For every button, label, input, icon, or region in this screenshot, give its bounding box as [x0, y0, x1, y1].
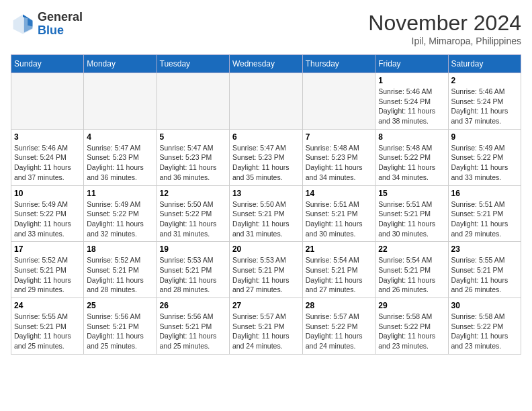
day-number: 5: [160, 132, 226, 142]
day-number: 6: [232, 132, 300, 142]
calendar-day-cell: 21Sunrise: 5:54 AM Sunset: 5:21 PM Dayli…: [302, 242, 375, 298]
calendar-day-cell: 28Sunrise: 5:57 AM Sunset: 5:22 PM Dayli…: [302, 298, 375, 355]
weekday-header: Wednesday: [229, 55, 302, 73]
calendar-day-cell: 1Sunrise: 5:46 AM Sunset: 5:24 PM Daylig…: [375, 73, 448, 130]
day-number: 3: [14, 132, 81, 142]
calendar-day-cell: [302, 73, 375, 130]
calendar-day-cell: 2Sunrise: 5:46 AM Sunset: 5:24 PM Daylig…: [448, 73, 521, 130]
day-number: 18: [87, 244, 153, 254]
calendar-day-cell: 29Sunrise: 5:58 AM Sunset: 5:22 PM Dayli…: [375, 298, 448, 355]
day-info: Sunrise: 5:53 AM Sunset: 5:21 PM Dayligh…: [160, 255, 226, 295]
day-info: Sunrise: 5:47 AM Sunset: 5:23 PM Dayligh…: [87, 143, 153, 183]
calendar-day-cell: 24Sunrise: 5:55 AM Sunset: 5:21 PM Dayli…: [11, 298, 84, 355]
day-number: 24: [14, 301, 81, 310]
weekday-header: Thursday: [302, 55, 375, 73]
day-number: 23: [451, 244, 518, 254]
calendar-week-row: 1Sunrise: 5:46 AM Sunset: 5:24 PM Daylig…: [11, 73, 521, 130]
calendar-header-row: SundayMondayTuesdayWednesdayThursdayFrid…: [11, 55, 521, 73]
day-number: 27: [232, 301, 300, 310]
day-number: 8: [378, 132, 445, 142]
calendar-week-row: 24Sunrise: 5:55 AM Sunset: 5:21 PM Dayli…: [11, 298, 521, 355]
day-info: Sunrise: 5:51 AM Sunset: 5:21 PM Dayligh…: [378, 199, 445, 239]
month-title: November 2024: [368, 11, 521, 36]
calendar-week-row: 3Sunrise: 5:46 AM Sunset: 5:24 PM Daylig…: [11, 129, 521, 185]
day-number: 1: [378, 76, 445, 85]
day-info: Sunrise: 5:58 AM Sunset: 5:22 PM Dayligh…: [378, 312, 445, 351]
day-info: Sunrise: 5:46 AM Sunset: 5:24 PM Dayligh…: [14, 143, 81, 183]
calendar-day-cell: [84, 73, 157, 130]
calendar-day-cell: 18Sunrise: 5:52 AM Sunset: 5:21 PM Dayli…: [84, 242, 157, 298]
calendar-week-row: 10Sunrise: 5:49 AM Sunset: 5:22 PM Dayli…: [11, 185, 521, 242]
title-block: November 2024 Ipil, Mimaropa, Philippine…: [368, 11, 521, 46]
calendar-day-cell: 20Sunrise: 5:53 AM Sunset: 5:21 PM Dayli…: [229, 242, 302, 298]
day-info: Sunrise: 5:57 AM Sunset: 5:21 PM Dayligh…: [232, 312, 300, 351]
day-info: Sunrise: 5:56 AM Sunset: 5:21 PM Dayligh…: [160, 312, 226, 351]
calendar-week-row: 17Sunrise: 5:52 AM Sunset: 5:21 PM Dayli…: [11, 242, 521, 298]
day-number: 16: [451, 189, 518, 198]
day-info: Sunrise: 5:47 AM Sunset: 5:23 PM Dayligh…: [160, 143, 226, 183]
logo-text: General Blue: [38, 11, 83, 38]
calendar-day-cell: 10Sunrise: 5:49 AM Sunset: 5:22 PM Dayli…: [11, 185, 84, 242]
day-number: 20: [232, 244, 300, 254]
day-number: 19: [160, 244, 226, 254]
day-info: Sunrise: 5:47 AM Sunset: 5:23 PM Dayligh…: [232, 143, 300, 183]
calendar-day-cell: 11Sunrise: 5:49 AM Sunset: 5:22 PM Dayli…: [84, 185, 157, 242]
calendar-day-cell: [229, 73, 302, 130]
day-number: 22: [378, 244, 445, 254]
day-number: 11: [87, 189, 153, 198]
day-info: Sunrise: 5:54 AM Sunset: 5:21 PM Dayligh…: [306, 255, 373, 295]
day-info: Sunrise: 5:57 AM Sunset: 5:22 PM Dayligh…: [306, 312, 373, 351]
logo: General Blue: [11, 11, 83, 38]
calendar-day-cell: 17Sunrise: 5:52 AM Sunset: 5:21 PM Dayli…: [11, 242, 84, 298]
calendar-day-cell: 4Sunrise: 5:47 AM Sunset: 5:23 PM Daylig…: [84, 129, 157, 185]
day-info: Sunrise: 5:49 AM Sunset: 5:22 PM Dayligh…: [14, 199, 81, 239]
calendar-day-cell: 3Sunrise: 5:46 AM Sunset: 5:24 PM Daylig…: [11, 129, 84, 185]
day-info: Sunrise: 5:53 AM Sunset: 5:21 PM Dayligh…: [232, 255, 300, 295]
calendar-day-cell: 14Sunrise: 5:51 AM Sunset: 5:21 PM Dayli…: [302, 185, 375, 242]
day-number: 30: [451, 301, 518, 310]
day-number: 15: [378, 189, 445, 198]
logo-icon: [11, 12, 35, 36]
location: Ipil, Mimaropa, Philippines: [368, 36, 521, 46]
weekday-header: Monday: [84, 55, 157, 73]
day-number: 2: [451, 76, 518, 85]
day-number: 12: [160, 189, 226, 198]
calendar-day-cell: 7Sunrise: 5:48 AM Sunset: 5:23 PM Daylig…: [302, 129, 375, 185]
day-info: Sunrise: 5:51 AM Sunset: 5:21 PM Dayligh…: [451, 199, 518, 239]
day-number: 13: [232, 189, 300, 198]
day-number: 21: [306, 244, 373, 254]
day-number: 26: [160, 301, 226, 310]
day-info: Sunrise: 5:56 AM Sunset: 5:21 PM Dayligh…: [87, 312, 153, 351]
calendar-day-cell: 22Sunrise: 5:54 AM Sunset: 5:21 PM Dayli…: [375, 242, 448, 298]
day-number: 4: [87, 132, 153, 142]
day-info: Sunrise: 5:58 AM Sunset: 5:22 PM Dayligh…: [451, 312, 518, 351]
day-info: Sunrise: 5:55 AM Sunset: 5:21 PM Dayligh…: [451, 255, 518, 295]
day-info: Sunrise: 5:54 AM Sunset: 5:21 PM Dayligh…: [378, 255, 445, 295]
day-number: 28: [306, 301, 373, 310]
day-info: Sunrise: 5:50 AM Sunset: 5:22 PM Dayligh…: [160, 199, 226, 239]
day-info: Sunrise: 5:46 AM Sunset: 5:24 PM Dayligh…: [451, 87, 518, 126]
day-info: Sunrise: 5:55 AM Sunset: 5:21 PM Dayligh…: [14, 312, 81, 351]
day-info: Sunrise: 5:49 AM Sunset: 5:22 PM Dayligh…: [451, 143, 518, 183]
day-number: 17: [14, 244, 81, 254]
calendar-day-cell: 15Sunrise: 5:51 AM Sunset: 5:21 PM Dayli…: [375, 185, 448, 242]
weekday-header: Sunday: [11, 55, 84, 73]
day-info: Sunrise: 5:49 AM Sunset: 5:22 PM Dayligh…: [87, 199, 153, 239]
calendar-day-cell: [157, 73, 229, 130]
calendar-day-cell: 9Sunrise: 5:49 AM Sunset: 5:22 PM Daylig…: [448, 129, 521, 185]
day-number: 25: [87, 301, 153, 310]
weekday-header: Saturday: [448, 55, 521, 73]
day-number: 10: [14, 189, 81, 198]
day-info: Sunrise: 5:52 AM Sunset: 5:21 PM Dayligh…: [14, 255, 81, 295]
day-info: Sunrise: 5:52 AM Sunset: 5:21 PM Dayligh…: [87, 255, 153, 295]
calendar: SundayMondayTuesdayWednesdayThursdayFrid…: [11, 54, 521, 355]
calendar-day-cell: 5Sunrise: 5:47 AM Sunset: 5:23 PM Daylig…: [157, 129, 229, 185]
calendar-day-cell: 25Sunrise: 5:56 AM Sunset: 5:21 PM Dayli…: [84, 298, 157, 355]
calendar-day-cell: 19Sunrise: 5:53 AM Sunset: 5:21 PM Dayli…: [157, 242, 229, 298]
calendar-day-cell: 26Sunrise: 5:56 AM Sunset: 5:21 PM Dayli…: [157, 298, 229, 355]
day-number: 29: [378, 301, 445, 310]
weekday-header: Tuesday: [157, 55, 229, 73]
day-info: Sunrise: 5:51 AM Sunset: 5:21 PM Dayligh…: [306, 199, 373, 239]
day-number: 9: [451, 132, 518, 142]
day-info: Sunrise: 5:46 AM Sunset: 5:24 PM Dayligh…: [378, 87, 445, 126]
